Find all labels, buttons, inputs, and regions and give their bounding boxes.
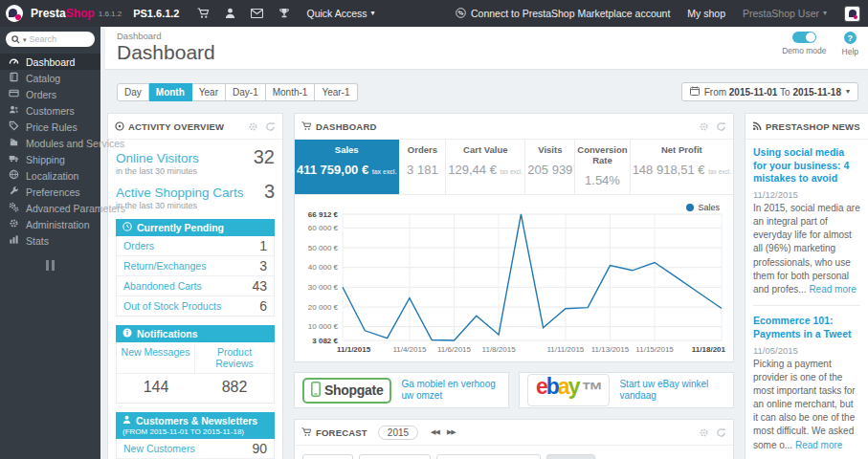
bar-chart-icon [9, 234, 19, 247]
sidebar-item-shipping[interactable]: Shipping [0, 151, 100, 167]
customer-icon[interactable] [225, 8, 235, 19]
clock-icon [122, 222, 132, 233]
trophy-icon[interactable] [278, 8, 290, 19]
page-title: Dashboard [117, 41, 858, 64]
user-menu[interactable]: PrestaShop User▾ [743, 8, 827, 19]
phone-icon [311, 382, 321, 400]
demo-mode-toggle[interactable]: Demo mode [782, 32, 826, 56]
kpi-tab-sales[interactable]: Sales 411 759,00 € tax excl. [295, 140, 400, 194]
chevron-down-icon: ▾ [846, 88, 850, 96]
my-shop-link[interactable]: My shop [687, 8, 725, 19]
forecast-metric-sales[interactable]: Sales [546, 454, 595, 459]
forecast-metric-conversion[interactable]: Conversion [359, 454, 431, 459]
active-carts-value: 3 [264, 183, 275, 200]
active-carts-link[interactable]: Active Shopping Carts [116, 186, 244, 200]
chart-legend[interactable]: Sales [686, 203, 720, 212]
range-day-1-button[interactable]: Day-1 [226, 83, 266, 101]
sales-chart-svg: 3 082 €10 000 €20 000 €30 000 €40 000 €5… [297, 197, 729, 358]
kpi-tab-visits[interactable]: Visits 205 939 [525, 140, 575, 194]
quick-access-menu[interactable]: Quick Access▾ [307, 8, 375, 19]
currently-pending-header: Currently Pending [116, 219, 275, 236]
next-year-button[interactable]: ▶▶ [444, 426, 458, 438]
marketplace-link[interactable]: Connect to PrestaShop Marketplace accoun… [456, 8, 670, 20]
kpi-tab-net-profit[interactable]: Net Profit 148 918,51 € tax excl. [631, 140, 733, 194]
sidebar-item-modules[interactable]: Modules and Services [0, 135, 100, 151]
help-icon: ? [844, 32, 857, 44]
sidebar-item-preferences[interactable]: Preferences [0, 184, 100, 200]
forecast-metric-average-cart-value[interactable]: Average Cart Value [436, 454, 541, 459]
toggle-icon[interactable] [792, 32, 816, 43]
svg-text:11/4/2015: 11/4/2015 [392, 345, 427, 354]
forecast-legend: Traffic Conversion Average Cart Value Sa… [295, 446, 733, 459]
sidebar-item-administration[interactable]: Administration [0, 216, 100, 232]
online-visitors-link[interactable]: Online Visitors [116, 151, 199, 165]
product-reviews-value: 882 [195, 374, 274, 403]
forecast-metric-traffic[interactable]: Traffic [302, 454, 353, 459]
messages-icon[interactable] [251, 9, 263, 18]
read-more-link[interactable]: Read more [795, 440, 842, 450]
gear-icon[interactable] [699, 427, 709, 438]
out-of-stock-link[interactable]: Out of Stock Products [123, 300, 221, 312]
sidebar-item-price-rules[interactable]: Price Rules [0, 119, 100, 135]
shopgate-link[interactable]: Ga mobiel en verhoog uw omzet [401, 379, 501, 402]
range-year-button[interactable]: Year [192, 83, 226, 101]
kpi-tab-orders[interactable]: Orders 3 181 [400, 140, 447, 194]
sidebar-item-orders[interactable]: Orders [0, 86, 100, 102]
prestashop-logo-icon [6, 5, 23, 22]
gear-icon[interactable] [699, 121, 709, 132]
orders-link[interactable]: Orders [123, 240, 154, 251]
breadcrumb[interactable]: Dashboard [117, 31, 858, 41]
ebay-link[interactable]: Start uw eBay winkel vandaag [619, 379, 725, 402]
new-messages-link[interactable]: New Messages [117, 342, 195, 374]
sidebar-item-stats[interactable]: Stats [0, 232, 100, 249]
tag-icon [9, 120, 19, 133]
refresh-icon[interactable] [716, 121, 726, 132]
search-input[interactable] [30, 34, 83, 44]
sidebar-search[interactable]: ▾ [6, 32, 95, 47]
sidebar-item-catalog[interactable]: Catalog [0, 70, 100, 86]
gauge-icon [9, 55, 19, 68]
online-visitors-value: 32 [254, 148, 275, 165]
cart-icon [301, 424, 312, 441]
chevron-down-icon: ▾ [823, 10, 827, 17]
read-more-link[interactable]: Read more [809, 284, 856, 295]
cart-icon[interactable] [197, 8, 210, 19]
svg-text:11/6/2015: 11/6/2015 [437, 345, 472, 354]
sidebar-item-localization[interactable]: Localization [0, 167, 100, 184]
previous-year-button[interactable]: ◀◀ [428, 426, 442, 438]
gear-icon[interactable] [248, 121, 258, 132]
user-avatar[interactable] [844, 6, 860, 22]
collapse-menu-button[interactable] [44, 260, 57, 271]
range-month-button[interactable]: Month [149, 83, 192, 101]
marketplace-icon [456, 8, 466, 20]
date-range-picker[interactable]: From 2015-11-01 To 2015-11-18 ▾ [681, 82, 858, 101]
product-reviews-link[interactable]: Product Reviews [195, 342, 274, 374]
kpi-tab-conversion-rate[interactable]: Conversion Rate 1.54% [575, 140, 630, 194]
svg-text:60 000 €: 60 000 € [308, 224, 339, 232]
shopgate-ad[interactable]: Shopgate Ga mobiel en verhoog uw omzet [294, 372, 509, 408]
sidebar-item-advanced-parameters[interactable]: Advanced Parameters [0, 200, 100, 216]
help-button[interactable]: ? Help [842, 32, 858, 56]
news-article-title[interactable]: Ecommerce 101: Payments in a Tweet [753, 315, 860, 340]
panel-title: FORECAST [316, 427, 367, 438]
sidebar-item-dashboard[interactable]: Dashboard [0, 54, 100, 70]
kpi-tab-cart-value[interactable]: Cart Value 129,44 € tax excl. [446, 140, 525, 194]
range-day-button[interactable]: Day [117, 83, 149, 101]
shop-name[interactable]: PS1.6.1.2 [133, 8, 179, 19]
news-article-title[interactable]: Using social media for your business: 4 … [753, 146, 860, 186]
range-month-1-button[interactable]: Month-1 [266, 83, 316, 101]
returns-link[interactable]: Return/Exchanges [123, 260, 206, 272]
user-icon [122, 415, 131, 426]
svg-text:10 000 €: 10 000 € [308, 322, 339, 331]
notifications-header: Notifications [116, 325, 275, 342]
range-year-1-button[interactable]: Year-1 [315, 83, 357, 101]
refresh-icon[interactable] [716, 427, 726, 438]
find-more-news-link[interactable]: Find more news [753, 452, 860, 459]
panel-title: ACTIVITY OVERVIEW [128, 121, 224, 132]
new-customers-link[interactable]: New Customers [123, 443, 195, 454]
svg-text:40 000 €: 40 000 € [308, 263, 339, 272]
sidebar-item-customers[interactable]: Customers [0, 102, 100, 119]
abandoned-carts-link[interactable]: Abandoned Carts [123, 280, 202, 292]
refresh-icon[interactable] [265, 121, 276, 132]
ebay-ad[interactable]: ebay ™ Start uw eBay winkel vandaag [519, 372, 734, 408]
